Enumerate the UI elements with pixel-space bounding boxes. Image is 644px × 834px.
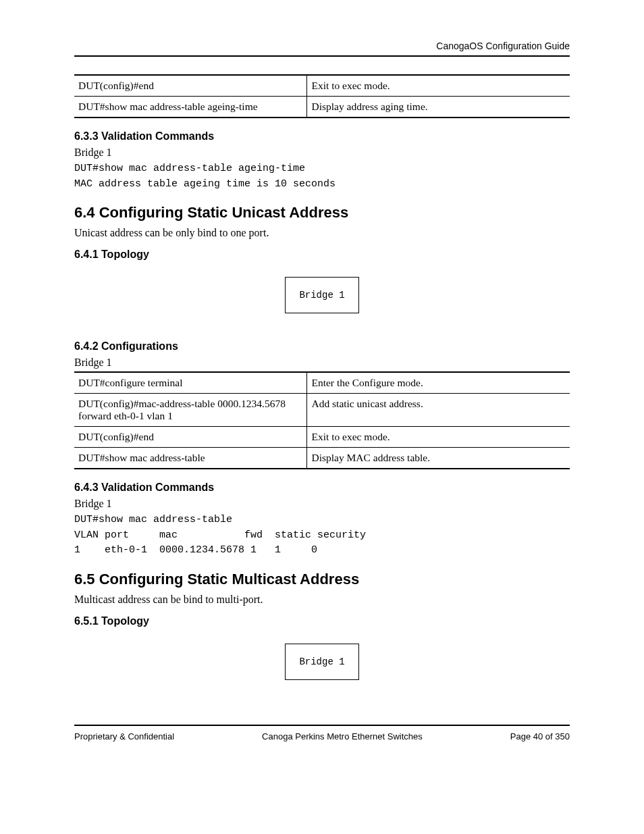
table-row: DUT(config)#end Exit to exec mode.: [74, 75, 570, 97]
terminal-output-643: DUT#show mac address-table VLAN port mac…: [74, 513, 570, 558]
header-rule: [74, 55, 570, 57]
heading-633: 6.3.3 Validation Commands: [74, 130, 570, 142]
bridge-box: Bridge 1: [285, 277, 358, 313]
footer-center: Canoga Perkins Metro Ethernet Switches: [262, 731, 423, 741]
topology-651: Bridge 1: [74, 631, 570, 698]
heading-64: 6.4 Configuring Static Unicast Address: [74, 204, 570, 221]
heading-641: 6.4.1 Topology: [74, 249, 570, 261]
desc-cell: Display address aging time.: [307, 97, 570, 118]
footer-right: Page 40 of 350: [510, 731, 570, 741]
header-doc-title: CanogaOS Configuration Guide: [74, 41, 570, 51]
cmd-cell: DUT(config)#end: [74, 427, 307, 448]
desc-cell: Exit to exec mode.: [307, 427, 570, 448]
desc-cell: Exit to exec mode.: [307, 75, 570, 97]
table-642-commands: DUT#configure terminal Enter the Configu…: [74, 371, 570, 469]
table-row: DUT#show mac address-table Display MAC a…: [74, 448, 570, 469]
cmd-cell: DUT#show mac address-table ageing-time: [74, 97, 307, 118]
cmd-cell: DUT#configure terminal: [74, 372, 307, 394]
page-footer: Proprietary & Confidential Canoga Perkin…: [74, 731, 570, 741]
footer-left: Proprietary & Confidential: [74, 731, 174, 741]
desc-cell: Display MAC address table.: [307, 448, 570, 469]
heading-642: 6.4.2 Configurations: [74, 340, 570, 353]
table-row: DUT#configure terminal Enter the Configu…: [74, 372, 570, 394]
intro-65: Multicast address can be bind to multi-p…: [74, 594, 570, 606]
table-633-commands: DUT(config)#end Exit to exec mode. DUT#s…: [74, 74, 570, 118]
heading-643: 6.4.3 Validation Commands: [74, 481, 570, 494]
cmd-cell: DUT(config)#mac-address-table 0000.1234.…: [74, 394, 307, 427]
cmd-cell: DUT#show mac address-table: [74, 448, 307, 469]
bridge-label: Bridge 1: [74, 357, 570, 369]
bridge-label: Bridge 1: [74, 147, 570, 159]
topology-641: Bridge 1: [74, 265, 570, 331]
desc-cell: Add static unicast address.: [307, 394, 570, 427]
footer-rule: [74, 725, 570, 726]
table-row: DUT(config)#mac-address-table 0000.1234.…: [74, 394, 570, 427]
bridge-box: Bridge 1: [285, 644, 358, 680]
heading-65: 6.5 Configuring Static Multicast Address: [74, 571, 570, 588]
cmd-cell: DUT(config)#end: [74, 75, 307, 97]
intro-64: Unicast address can be only bind to one …: [74, 227, 570, 239]
desc-cell: Enter the Configure mode.: [307, 372, 570, 394]
bridge-label: Bridge 1: [74, 498, 570, 510]
terminal-output-633: DUT#show mac address-table ageing-time M…: [74, 161, 570, 192]
table-row: DUT(config)#end Exit to exec mode.: [74, 427, 570, 448]
heading-651: 6.5.1 Topology: [74, 615, 570, 627]
table-row: DUT#show mac address-table ageing-time D…: [74, 97, 570, 118]
